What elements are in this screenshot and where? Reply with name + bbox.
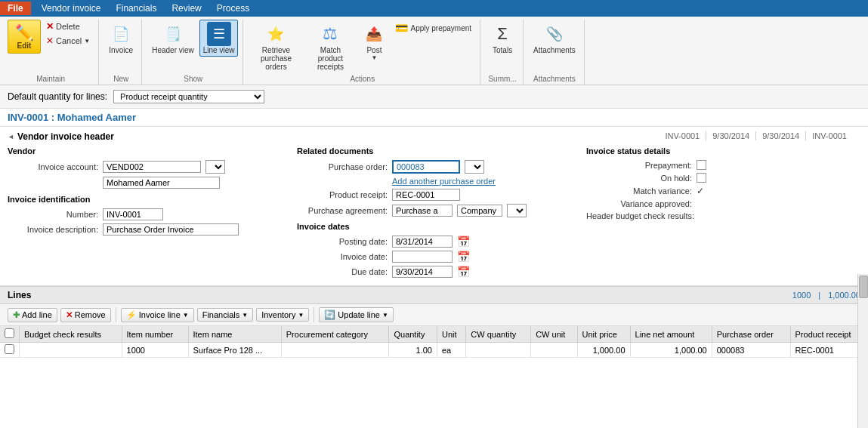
post-button[interactable]: 📤 Post ▼: [358, 20, 390, 63]
po-row: Purchase order:: [297, 160, 571, 174]
invoice-icon: 📄: [109, 22, 133, 46]
update-line-icon: 🔄: [324, 309, 335, 320]
actions-group: ⭐ Retrieve purchase orders ⚖ Match produ…: [245, 20, 480, 85]
inventory-dropdown[interactable]: ▼: [298, 312, 304, 319]
update-line-button[interactable]: 🔄 Update line ▼: [319, 307, 394, 322]
menu-bar: File Vendor invoice Financials Review Pr…: [0, 0, 868, 17]
col-header-cw-quantity: CW quantity: [466, 326, 531, 343]
add-line-button[interactable]: ✚ Add line: [8, 308, 57, 322]
col-header-checkbox: [0, 326, 20, 343]
maintain-stack: ✕ Delete ✕ Cancel ▼: [42, 20, 94, 48]
match-receipts-button[interactable]: ⚖ Match product receipts: [304, 20, 357, 73]
invoice-line-button[interactable]: ⚡ Invoice line ▼: [121, 308, 194, 322]
lines-separator: |: [818, 291, 820, 300]
update-line-dropdown[interactable]: ▼: [382, 312, 388, 319]
meta-date2: 9/30/2014: [762, 131, 806, 140]
add-another-po-link[interactable]: Add another purchase order: [297, 177, 571, 186]
agreement-row: Purchase agreement:: [297, 204, 571, 217]
col-header-procurement: Procurement category: [281, 326, 389, 343]
col-header-purchase-order: Purchase order: [712, 326, 790, 343]
financials-toolbar-button[interactable]: Financials ▼: [197, 308, 253, 322]
process-menu[interactable]: Process: [209, 2, 257, 15]
select-all-checkbox[interactable]: [5, 328, 14, 338]
maintain-label: Maintain: [36, 75, 65, 83]
invoice-dates-title: Invoice dates: [297, 222, 571, 231]
row-budget-check: [20, 343, 122, 358]
description-input[interactable]: [103, 223, 239, 236]
due-input[interactable]: [392, 266, 453, 278]
col-header-unit-price: Unit price: [577, 326, 630, 343]
scrollbar[interactable]: [857, 274, 868, 428]
receipt-input[interactable]: [392, 189, 460, 201]
attachments-group: 📎 Attachments Attachments: [525, 20, 585, 85]
agreement-company-input[interactable]: [457, 205, 502, 217]
row-procurement: [281, 343, 389, 358]
vendor-select[interactable]: [205, 160, 225, 174]
posting-calendar-icon[interactable]: 📅: [457, 236, 470, 248]
edit-button[interactable]: ✏️ Edit: [8, 20, 41, 54]
post-dropdown[interactable]: ▼: [372, 54, 378, 61]
review-menu[interactable]: Review: [164, 2, 209, 15]
posting-input[interactable]: [392, 236, 453, 248]
inventory-button[interactable]: Inventory ▼: [256, 308, 309, 322]
on-hold-label: On hold:: [586, 174, 692, 183]
toolbar-divider-1: [116, 307, 116, 322]
row-line-net: 1,000.00: [630, 343, 712, 358]
apply-prepayment-button[interactable]: 💳 Apply prepayment: [391, 20, 475, 36]
lines-toolbar: ✚ Add line ✕ Remove ⚡ Invoice line ▼ Fin…: [0, 304, 868, 326]
cancel-dropdown[interactable]: ▼: [84, 38, 90, 45]
lines-section: Lines 1000 | 1,000.00 ✚ Add line ✕ Remov…: [0, 286, 868, 428]
line-view-button[interactable]: ☰ Line view: [199, 20, 239, 57]
due-calendar-icon[interactable]: 📅: [457, 266, 470, 278]
actions-label: Actions: [350, 75, 375, 83]
lines-table: Budget check results Item number Item na…: [0, 326, 868, 358]
invoice-button[interactable]: 📄 Invoice: [105, 20, 137, 57]
default-qty-select[interactable]: Product receipt quantity Ordered quantit…: [113, 90, 264, 103]
totals-icon: Σ: [490, 22, 514, 46]
header-view-button[interactable]: 🗒️ Header view: [148, 20, 198, 57]
attachments-button[interactable]: 📎 Attachments: [530, 20, 579, 57]
description-label: Invoice description:: [8, 225, 98, 234]
totals-button[interactable]: Σ Totals: [487, 20, 518, 57]
vendor-invoice-menu[interactable]: Vendor invoice: [34, 2, 109, 15]
maintain-group: ✏️ Edit ✕ Delete ✕ Cancel ▼ Maintain: [3, 20, 99, 85]
number-input[interactable]: [103, 208, 163, 220]
invoice-line-dropdown[interactable]: ▼: [183, 312, 189, 319]
po-select[interactable]: [465, 160, 484, 174]
line-view-icon: ☰: [207, 22, 231, 46]
col-header-budget: Budget check results: [20, 326, 122, 343]
product-receipt-row: Product receipt:: [297, 189, 571, 201]
scrollbar-thumb[interactable]: [859, 276, 868, 298]
header-view-icon: 🗒️: [161, 22, 185, 46]
invoice-date-calendar-icon[interactable]: 📅: [457, 251, 470, 263]
match-variance-label: Match variance:: [586, 186, 692, 196]
col-header-quantity: Quantity: [389, 326, 437, 343]
col-header-line-net: Line net amount: [630, 326, 712, 343]
invoice-date-row: Invoice date: 📅: [297, 251, 571, 263]
related-docs-title: Related documents: [297, 146, 571, 155]
file-menu[interactable]: File: [0, 2, 31, 15]
attachments-group-content: 📎 Attachments: [530, 20, 579, 73]
cancel-button[interactable]: ✕ Cancel ▼: [42, 34, 94, 48]
agreement-input[interactable]: [392, 205, 453, 217]
receipt-label: Product receipt:: [297, 190, 388, 199]
invoice-date-input[interactable]: [392, 251, 453, 263]
row-checkbox[interactable]: [5, 344, 14, 354]
po-input[interactable]: [392, 160, 460, 174]
on-hold-checkbox[interactable]: [697, 173, 706, 183]
financials-dropdown[interactable]: ▼: [242, 312, 248, 319]
invoice-date-label: Invoice date:: [297, 252, 388, 261]
delete-button[interactable]: ✕ Delete: [42, 20, 94, 33]
retrieve-po-button[interactable]: ⭐ Retrieve purchase orders: [249, 20, 302, 73]
remove-button[interactable]: ✕ Remove: [60, 308, 111, 322]
row-item-name: Surface Pro 128 ...: [188, 343, 281, 358]
prepayment-checkbox[interactable]: [697, 160, 706, 170]
agreement-select[interactable]: [507, 204, 527, 217]
variance-approved-label: Variance approved:: [586, 199, 692, 208]
vendor-name-row: [8, 177, 282, 189]
financials-menu[interactable]: Financials: [108, 2, 164, 15]
row-unit: ea: [437, 343, 465, 358]
lines-header: Lines 1000 | 1,000.00: [0, 286, 868, 304]
invoice-account-input[interactable]: [103, 161, 201, 173]
vendor-name-input[interactable]: [103, 177, 220, 189]
